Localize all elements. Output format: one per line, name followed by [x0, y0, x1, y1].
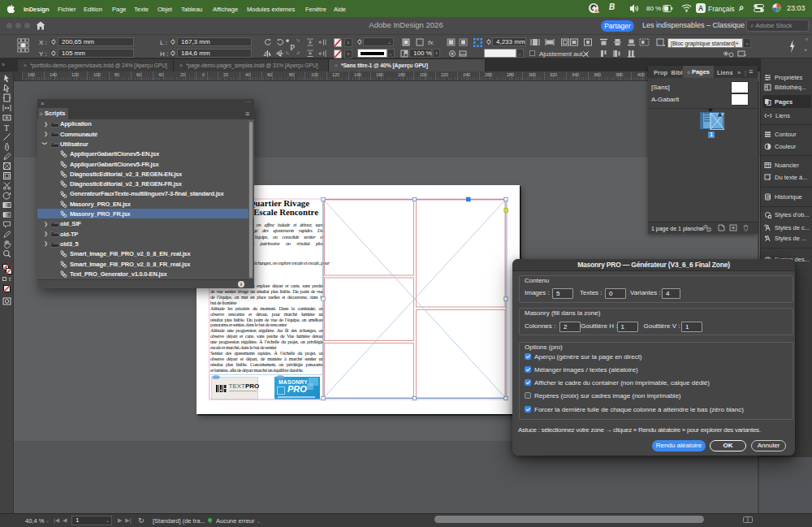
svg-text:T: T	[4, 123, 9, 132]
svg-text:P: P	[290, 42, 295, 52]
svg-text:15: 15	[766, 195, 771, 200]
